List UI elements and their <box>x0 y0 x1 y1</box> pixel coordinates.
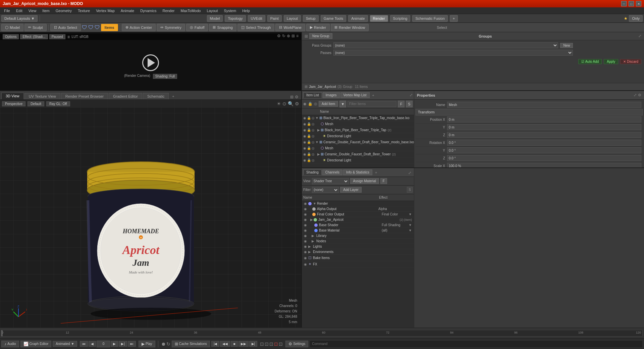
add-item-dropdown[interactable]: ▼ <box>339 101 346 107</box>
speed-next-btn[interactable]: ▶| <box>249 341 258 347</box>
tab-vertex-map[interactable]: Vertex Map List <box>340 92 370 98</box>
shader-item-bake[interactable]: ◉ ⊡ Bake Items <box>302 255 414 261</box>
render-btn[interactable]: ▶ Render <box>306 24 330 31</box>
tab-shading[interactable]: Shading <box>303 169 322 175</box>
shield-icon-1[interactable]: 🛡 <box>82 24 87 31</box>
bm-dropdown-icon[interactable]: ▼ <box>409 229 412 232</box>
shader-item-lights[interactable]: ◉ ▶ Lights <box>302 244 414 249</box>
speed-prev-btn[interactable]: |◀ <box>211 341 220 347</box>
tab-3d-view[interactable]: 3D View <box>1 93 24 99</box>
shader-vis-fx[interactable]: ◉ <box>304 262 307 266</box>
options-btn[interactable]: Options <box>3 34 19 39</box>
timeline-bar[interactable]: 0 12 24 36 48 60 72 84 96 108 120 <box>1 330 643 337</box>
vp-camera-icon[interactable]: ⊙ <box>282 101 286 106</box>
add-item-button[interactable]: Add Item <box>319 101 338 107</box>
transport-icon-5[interactable]: ⊡ <box>279 341 283 347</box>
shader-expand-lib[interactable]: ▶ <box>312 234 314 238</box>
bs-dropdown-icon[interactable]: ▼ <box>409 223 412 227</box>
speed-fwd-btn[interactable]: ▶▶ <box>238 341 249 347</box>
tab-images[interactable]: Images <box>323 92 340 98</box>
scripting-button[interactable]: Scripting <box>390 15 411 22</box>
play-fwd-btn[interactable]: ▶ <box>111 341 118 347</box>
add-layout-button[interactable]: + <box>450 15 458 22</box>
prop-pos-x-input[interactable] <box>447 116 641 122</box>
shader-filter-select[interactable]: (none) <box>312 187 339 193</box>
fit-icon[interactable]: ⊞ <box>291 34 295 38</box>
menu-file[interactable]: File <box>1 8 13 13</box>
menu-maxtomodo[interactable]: MaxToModo <box>178 8 204 13</box>
lock-icon-4[interactable]: 🔒 <box>307 134 311 138</box>
sculpt-btn[interactable]: ✏ Sculpt <box>24 24 47 31</box>
shader-view-select[interactable]: Shader Tree <box>312 178 349 184</box>
sel-icon-8[interactable]: ◎ <box>312 158 315 162</box>
menu-view[interactable]: View <box>26 8 39 13</box>
snapping-btn[interactable]: ⊞ Snapping <box>209 24 236 31</box>
loop-icon[interactable]: ↻ <box>166 341 170 347</box>
perspective-label[interactable]: Perspective <box>2 101 25 106</box>
lock-icon-8[interactable]: 🔒 <box>307 158 311 162</box>
lock-icon[interactable]: 🔒 <box>308 102 313 106</box>
action-center-btn[interactable]: ⊕ Action Center <box>122 24 156 31</box>
shader-vis-env[interactable]: ◉ <box>304 250 307 254</box>
settings-icon-preview[interactable]: ⚙ <box>277 34 281 38</box>
expand-icon-7[interactable]: ▶ <box>317 152 320 156</box>
menu-animate[interactable]: Animate <box>118 8 137 13</box>
fc-dropdown-icon[interactable]: ▼ <box>409 212 412 216</box>
items-btn[interactable]: Items <box>101 24 118 31</box>
shader-item-final-color[interactable]: ◉ Final Color Output Final Color ▼ <box>302 212 414 217</box>
vp-lighting-icon[interactable]: ☀ <box>277 101 281 106</box>
record-red-icon[interactable]: ⊡ <box>274 341 278 347</box>
sel-icon[interactable]: ◎ <box>314 102 317 106</box>
record-icon[interactable]: ⏺ <box>161 341 166 347</box>
settings-button-bar[interactable]: ⚙ Settings <box>285 341 308 347</box>
settings-viewport-icon[interactable]: ⚙ <box>295 95 299 99</box>
discard-button[interactable]: ✕ Discard <box>620 59 641 64</box>
symmetry-btn[interactable]: ⇔ Symmetry <box>157 24 185 31</box>
menu-layout[interactable]: Layout <box>204 8 220 13</box>
paint-button[interactable]: Paint <box>267 15 282 22</box>
shading-label[interactable]: Shading: Full <box>153 74 177 79</box>
menu-texture[interactable]: Texture <box>75 8 93 13</box>
game-tools-button[interactable]: Game Tools <box>321 15 346 22</box>
tree-item-6[interactable]: ◉ 🔒 ◎ ⬡ Mesh <box>302 145 414 151</box>
shader-s-btn[interactable]: S <box>407 187 413 193</box>
speed-rev-btn[interactable]: ◀◀ <box>220 341 230 347</box>
effect-btn[interactable]: Effect: (Shadi... <box>20 34 48 39</box>
sel-icon-6[interactable]: ◎ <box>312 146 315 150</box>
model-mode-button[interactable]: Model <box>207 15 223 22</box>
render-window-btn[interactable]: ⊞ Render Window <box>331 24 369 31</box>
shader-item-nodes[interactable]: ◉ ▶ Nodes <box>302 239 414 244</box>
vp-search-icon[interactable]: 🔍 <box>288 101 293 106</box>
tab-schematic[interactable]: Schematic <box>143 93 169 99</box>
prop-scale-x-input[interactable] <box>447 163 641 167</box>
refresh-icon[interactable]: ↻ <box>282 34 285 38</box>
pass-groups-select[interactable]: (none) <box>333 42 558 48</box>
shader-item-library[interactable]: ◉ ▶ Library <box>302 233 414 239</box>
select-through-btn[interactable]: ◫ Select Through <box>237 24 274 31</box>
sel-icon-3[interactable]: ◎ <box>312 128 315 132</box>
play-button[interactable] <box>142 54 159 71</box>
menu-system[interactable]: System <box>221 8 239 13</box>
prop-name-input[interactable] <box>447 102 641 108</box>
shader-vis-base-shader[interactable]: ◉ <box>304 223 307 227</box>
more-icon[interactable]: ≡ <box>296 34 299 38</box>
lock-icon-6[interactable]: 🔒 <box>307 146 311 150</box>
transport-icon-2[interactable]: ⊡ <box>265 341 269 347</box>
auto-select-btn[interactable]: ⊡ Auto Select <box>50 24 81 31</box>
shader-vis-lights[interactable]: ◉ <box>304 245 307 248</box>
filter-items-input[interactable] <box>347 101 396 107</box>
shader-item-jam-jar[interactable]: ◉ ▶ Jam_Jar_Apricot (2) (Item) <box>302 217 414 222</box>
tab-channels[interactable]: Channels <box>322 169 342 175</box>
add-viewport-tab[interactable]: + <box>169 93 177 99</box>
ray-gl-label[interactable]: Ray GL: Off <box>46 101 70 106</box>
shader-vis-jam[interactable]: ◉ <box>304 218 307 221</box>
vis-icon-1[interactable]: ◉ <box>303 116 306 120</box>
shader-item-alpha[interactable]: ◉ Alpha Output Alpha <box>302 206 414 212</box>
shield-icon-3[interactable]: 🛡 <box>95 24 100 31</box>
new-group-button[interactable]: New Group <box>309 33 332 39</box>
speed-stop-btn[interactable]: ■ <box>231 341 237 347</box>
expand-icon-5[interactable]: ▼ <box>315 140 319 144</box>
shader-expand-lights[interactable]: ▶ <box>308 245 311 248</box>
only-button[interactable]: Only <box>629 15 643 22</box>
vis-icon-2[interactable]: ◉ <box>303 122 306 126</box>
